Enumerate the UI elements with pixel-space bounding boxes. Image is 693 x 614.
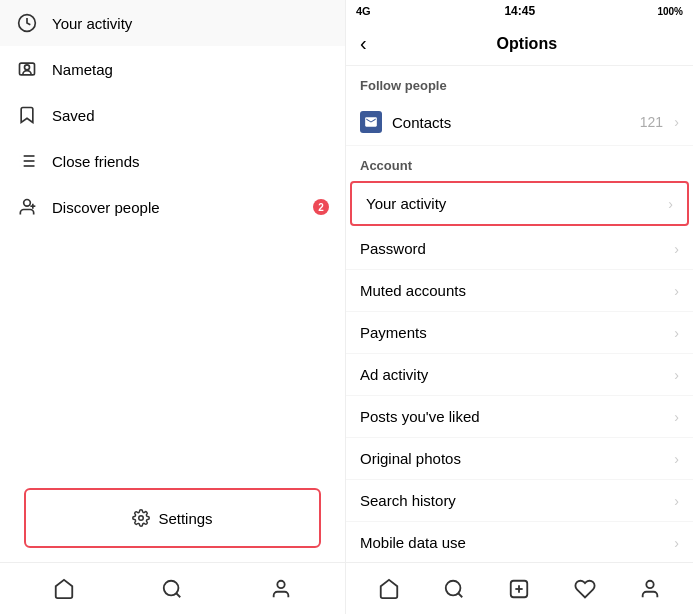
drawer-label-close-friends: Close friends [52, 153, 140, 170]
option-payments[interactable]: Payments › [346, 312, 693, 354]
clock-icon [16, 12, 38, 34]
password-chevron: › [674, 241, 679, 257]
drawer-label-discover-people: Discover people [52, 199, 160, 216]
discover-people-badge: 2 [313, 199, 329, 215]
option-ad-activity-label: Ad activity [360, 366, 428, 383]
settings-button[interactable]: Settings [24, 488, 321, 548]
svg-point-13 [164, 580, 179, 595]
drawer-label-your-activity: Your activity [52, 15, 132, 32]
drawer-menu: Your activity Nametag Saved [0, 0, 345, 614]
back-button[interactable]: ‹ [360, 32, 367, 55]
options-list: Follow people Contacts 121 › Account You… [346, 66, 693, 562]
drawer-item-your-activity[interactable]: Your activity [0, 0, 345, 46]
add-icon-right[interactable] [501, 571, 537, 607]
right-panel: 4G 14:45 100% ‹ Options Follow people Co… [346, 0, 693, 614]
your-activity-chevron: › [668, 196, 673, 212]
svg-point-16 [446, 580, 461, 595]
heart-icon-right[interactable] [567, 571, 603, 607]
list-icon [16, 150, 38, 172]
drawer-label-nametag: Nametag [52, 61, 113, 78]
contacts-icon [360, 111, 382, 133]
right-bottom-nav [346, 562, 693, 614]
option-posts-liked-label: Posts you've liked [360, 408, 480, 425]
posts-liked-chevron: › [674, 409, 679, 425]
profile-icon-right[interactable] [632, 571, 668, 607]
section-header-account: Account [346, 146, 693, 179]
option-mobile-data[interactable]: Mobile data use › [346, 522, 693, 562]
drawer-item-nametag[interactable]: Nametag [0, 46, 345, 92]
option-password[interactable]: Password › [346, 228, 693, 270]
drawer-item-discover-people[interactable]: Discover people 2 [0, 184, 345, 230]
bookmark-icon [16, 104, 38, 126]
home-icon-left[interactable] [46, 571, 82, 607]
option-contacts[interactable]: Contacts 121 › [346, 99, 693, 146]
option-muted-accounts-label: Muted accounts [360, 282, 466, 299]
mobile-data-chevron: › [674, 535, 679, 551]
person-add-icon [16, 196, 38, 218]
profile-icon-left[interactable] [263, 571, 299, 607]
right-header: ‹ Options [346, 22, 693, 66]
option-search-history-label: Search history [360, 492, 456, 509]
battery-right: 100% [657, 6, 683, 17]
search-icon-left[interactable] [154, 571, 190, 607]
settings-label: Settings [158, 510, 212, 527]
contacts-chevron: › [674, 114, 679, 130]
drawer-item-saved[interactable]: Saved [0, 92, 345, 138]
option-search-history[interactable]: Search history › [346, 480, 693, 522]
contacts-count: 121 [640, 114, 663, 130]
gear-icon [132, 509, 150, 527]
svg-point-15 [277, 580, 284, 587]
nametag-icon [16, 58, 38, 80]
svg-point-9 [24, 200, 31, 207]
option-original-photos[interactable]: Original photos › [346, 438, 693, 480]
option-password-label: Password [360, 240, 426, 257]
option-payments-label: Payments [360, 324, 427, 341]
search-icon-right[interactable] [436, 571, 472, 607]
option-muted-accounts[interactable]: Muted accounts › [346, 270, 693, 312]
svg-point-12 [139, 516, 144, 521]
search-history-chevron: › [674, 493, 679, 509]
ad-activity-chevron: › [674, 367, 679, 383]
status-icons-right: 100% [657, 6, 683, 17]
home-icon-right[interactable] [371, 571, 407, 607]
option-contacts-label: Contacts [392, 114, 451, 131]
payments-chevron: › [674, 325, 679, 341]
option-mobile-data-label: Mobile data use [360, 534, 466, 551]
option-your-activity[interactable]: Your activity › [350, 181, 689, 226]
svg-point-2 [25, 65, 30, 70]
drawer-item-close-friends[interactable]: Close friends [0, 138, 345, 184]
option-ad-activity[interactable]: Ad activity › [346, 354, 693, 396]
left-panel: Airtel 14:03 4G 88% 1 austereperson Your… [0, 0, 346, 614]
option-your-activity-label: Your activity [366, 195, 446, 212]
svg-line-14 [177, 593, 181, 597]
option-posts-liked[interactable]: Posts you've liked › [346, 396, 693, 438]
svg-line-17 [458, 593, 462, 597]
svg-point-21 [647, 580, 654, 587]
carrier-right: 4G [356, 5, 371, 17]
original-photos-chevron: › [674, 451, 679, 467]
option-original-photos-label: Original photos [360, 450, 461, 467]
status-bar-right: 4G 14:45 100% [346, 0, 693, 22]
section-header-follow-people: Follow people [346, 66, 693, 99]
muted-accounts-chevron: › [674, 283, 679, 299]
drawer-label-saved: Saved [52, 107, 95, 124]
options-title: Options [375, 35, 679, 53]
left-bottom-nav [0, 562, 345, 614]
time-right: 14:45 [504, 4, 535, 18]
